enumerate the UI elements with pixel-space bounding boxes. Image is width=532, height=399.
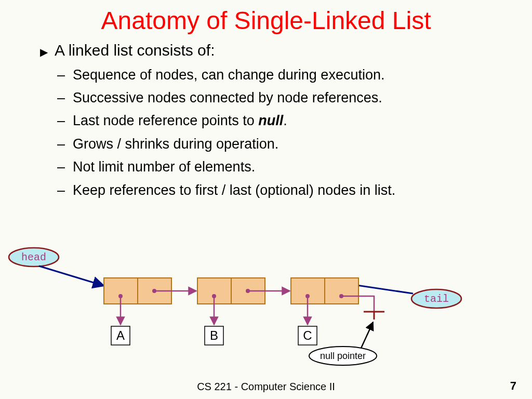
page-number: 7	[510, 379, 516, 393]
slide-title: Anatomy of Single-Linked List	[0, 6, 532, 35]
linked-list-diagram: head tail A B	[0, 244, 532, 379]
sub-bullet-text: Not limit number of elements.	[73, 159, 255, 175]
node-box	[197, 278, 290, 325]
sub-bullet-text: Successive nodes connected by node refer…	[73, 90, 382, 105]
head-arrow	[39, 266, 104, 286]
slide-footer: CS 221 - Computer Science II	[0, 381, 532, 393]
bullet-top-text: A linked list consists of:	[55, 42, 215, 59]
dash-icon: –	[57, 135, 65, 153]
sub-bullet: – Successive nodes connected by node ref…	[73, 88, 532, 107]
null-keyword: null	[258, 113, 283, 128]
sub-bullet-list: – Sequence of nodes, can change during e…	[55, 65, 532, 200]
sub-bullet-text: Keep references to first / last (optiona…	[73, 182, 395, 198]
sub-bullet-text: Sequence of nodes, can change during exe…	[73, 67, 384, 83]
tail-label: tail	[424, 293, 449, 305]
sub-bullet: – Sequence of nodes, can change during e…	[73, 65, 532, 84]
dash-icon: –	[57, 111, 65, 130]
sub-bullet-text: Grows / shrinks during operation.	[73, 136, 278, 152]
sub-bullet: – Grows / shrinks during operation.	[73, 135, 532, 153]
bullet-top: ▶ A linked list consists of:	[55, 40, 532, 61]
node-box	[104, 278, 196, 325]
node-box	[291, 278, 374, 325]
bullet-marker-icon: ▶	[40, 45, 48, 59]
null-pointer-label: null pointer	[320, 351, 366, 361]
dash-icon: –	[57, 65, 65, 84]
node-data-label: A	[116, 328, 125, 342]
sub-bullet-suffix: .	[283, 113, 287, 128]
node-data-label: B	[210, 328, 218, 342]
dash-icon: –	[57, 181, 65, 200]
sub-bullet: – Keep references to first / last (optio…	[73, 181, 532, 200]
head-label: head	[21, 251, 46, 263]
node-data-label: C	[303, 328, 312, 342]
dash-icon: –	[57, 88, 65, 107]
content-block: ▶ A linked list consists of: – Sequence …	[0, 40, 532, 200]
sub-bullet-text: Last node reference points to	[73, 113, 258, 128]
null-terminator-icon	[364, 312, 384, 320]
sub-bullet: – Last node reference points to null.	[73, 111, 532, 130]
dash-icon: –	[57, 157, 65, 176]
null-pointer-arrow	[361, 322, 373, 348]
sub-bullet: – Not limit number of elements.	[73, 157, 532, 176]
